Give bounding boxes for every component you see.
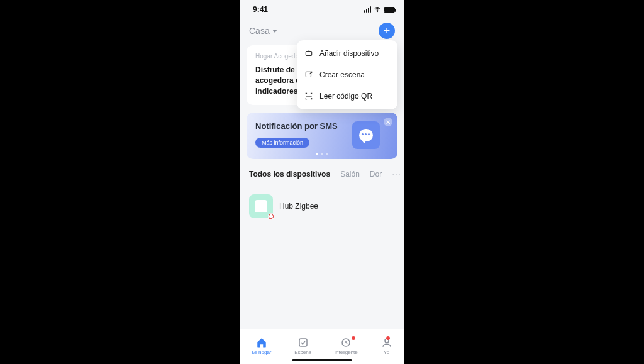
- menu-add-device[interactable]: Añadir dispositivo: [297, 43, 397, 64]
- svg-rect-1: [306, 52, 311, 56]
- tab-label: Mi hogar: [252, 350, 271, 355]
- tab-all-devices[interactable]: Todos los dispositivos: [249, 170, 330, 179]
- scene-icon: [297, 337, 309, 348]
- tab-home[interactable]: Mi hogar: [252, 337, 271, 355]
- banner-close-button[interactable]: ✕: [384, 118, 392, 126]
- menu-item-label: Añadir dispositivo: [319, 49, 379, 58]
- tab-scene[interactable]: Escena: [294, 337, 311, 355]
- home-selector[interactable]: Casa: [249, 26, 277, 36]
- offline-badge-icon: [268, 213, 274, 219]
- wifi-icon: [374, 6, 381, 13]
- plus-icon: +: [384, 25, 391, 36]
- status-indicators: [364, 6, 395, 13]
- home-selector-label: Casa: [249, 26, 270, 36]
- chevron-down-icon: [272, 30, 277, 33]
- status-bar: 9:41: [240, 0, 404, 19]
- menu-item-label: Leer código QR: [319, 92, 372, 101]
- device-name: Hub Zigbee: [279, 202, 318, 211]
- device-tabs: Todos los dispositivos Salón Dor ···: [247, 168, 397, 185]
- smart-icon: [340, 337, 352, 348]
- sms-banner[interactable]: ✕ Notificación por SMS Más información: [247, 113, 397, 159]
- tab-label: Yo: [384, 350, 389, 355]
- speech-bubble-icon: [352, 121, 380, 149]
- phone-frame: 9:41 Casa + Hogar Acogedor Disfrute de u…: [240, 0, 404, 364]
- svg-point-0: [377, 11, 378, 12]
- close-icon: ✕: [386, 119, 391, 126]
- tabs-more-button[interactable]: ···: [392, 169, 401, 179]
- home-icon: [256, 337, 267, 348]
- tab-room-dor[interactable]: Dor: [370, 170, 382, 179]
- menu-item-label: Crear escena: [319, 70, 365, 79]
- menu-create-scene[interactable]: Crear escena: [297, 64, 397, 85]
- svg-rect-3: [299, 339, 307, 346]
- tab-me[interactable]: Yo: [381, 337, 392, 355]
- banner-page-dots: [316, 153, 328, 155]
- create-scene-icon: [304, 70, 313, 79]
- tab-label: Escena: [294, 350, 311, 355]
- add-dropdown-menu: Añadir dispositivo Crear escena Leer cód…: [297, 40, 397, 109]
- qr-scan-icon: [304, 92, 313, 101]
- tab-smart[interactable]: Inteligente: [335, 337, 358, 355]
- battery-icon: [384, 7, 395, 13]
- add-device-icon: [304, 49, 313, 58]
- home-indicator: [292, 359, 352, 361]
- device-list-item[interactable]: Hub Zigbee: [247, 190, 397, 222]
- add-button[interactable]: +: [379, 23, 395, 39]
- status-time: 9:41: [253, 5, 268, 14]
- svg-rect-2: [306, 72, 311, 77]
- tab-room-salon[interactable]: Salón: [340, 170, 360, 179]
- tab-label: Inteligente: [335, 350, 358, 355]
- cellular-signal-icon: [364, 6, 371, 13]
- notification-dot-icon: [386, 336, 390, 340]
- device-icon: [249, 194, 273, 218]
- menu-scan-qr[interactable]: Leer código QR: [297, 85, 397, 107]
- banner-more-button[interactable]: Más información: [255, 138, 309, 148]
- notification-dot-icon: [352, 336, 355, 340]
